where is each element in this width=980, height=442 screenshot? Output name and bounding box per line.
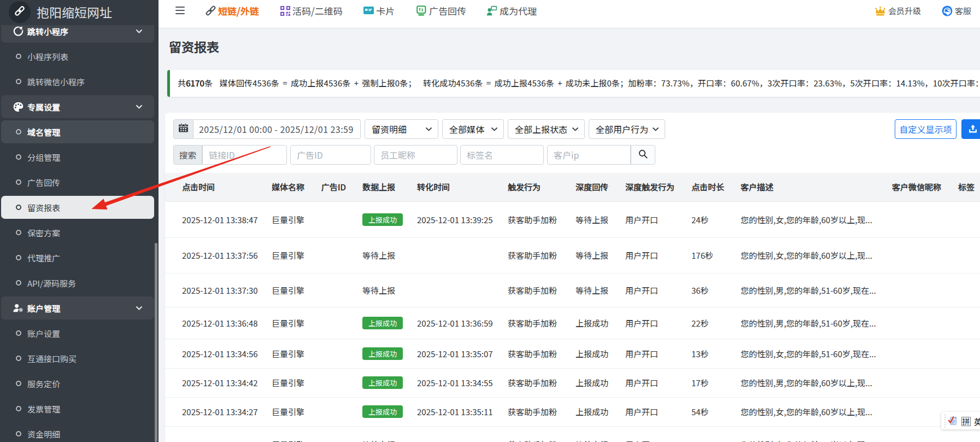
cell-report: 上报成功	[356, 397, 411, 426]
column-header[interactable]: 点击时长	[685, 173, 735, 201]
cell-duration	[685, 426, 735, 442]
customize-columns-button[interactable]: 自定义显示项	[895, 119, 956, 139]
table-row[interactable]: 2025-12-01 13:37:56 巨量引擎 等待上报 获客助手加粉 等待上…	[165, 237, 980, 273]
nav-tab[interactable]: 广告回传	[416, 0, 466, 21]
sidebar-item[interactable]: 留资报表	[1, 196, 154, 219]
filter-select[interactable]: 留资明细	[365, 119, 438, 139]
sidebar-item[interactable]: 发票管理	[1, 397, 154, 420]
search-input[interactable]	[547, 145, 631, 165]
ime-drag-handle-icon[interactable]	[944, 414, 946, 428]
cell-wechat	[886, 201, 952, 237]
status-badge: 上报成功	[362, 317, 403, 329]
column-header[interactable]: 数据上报	[356, 173, 411, 201]
circle-icon	[16, 129, 21, 135]
ime-doc-check-icon[interactable]	[948, 416, 957, 426]
column-header[interactable]: 客户描述	[735, 173, 886, 201]
stats-bar: 共6170条 媒体回传4536条 = 成功上报4536条 + 强制上报0条； 转…	[167, 70, 980, 97]
nav-tab[interactable]: 短链/外链	[206, 0, 259, 21]
column-header[interactable]: 客户微信昵称	[886, 173, 952, 201]
calendar-button[interactable]	[173, 119, 193, 139]
sidebar-scrollbar-thumb[interactable]	[155, 243, 157, 442]
sidebar-item[interactable]: 保密方案	[1, 221, 154, 244]
brand-logo[interactable]	[9, 1, 31, 23]
chain-link-icon	[14, 5, 26, 20]
table-row[interactable]: 2025-12-01 13:36:48 巨量引擎 上报成功 2025-12-01…	[165, 307, 980, 339]
stats-total: 6170	[186, 77, 204, 89]
sidebar-item[interactable]: 账户设置	[1, 322, 154, 345]
sidebar-item[interactable]: 服务定价	[1, 372, 154, 395]
sidebar-menu: 跳转小程序 小程序列表 跳转微信小程序 专属设置 域名管理 分组管理	[0, 0, 159, 442]
cell-deep-report: 等待上报	[570, 201, 619, 237]
column-header[interactable]: 标签	[952, 173, 980, 201]
column-header[interactable]: 深度回传	[570, 173, 619, 201]
ime-toolbar[interactable]: 拼 英	[941, 412, 980, 429]
sidebar-item[interactable]: API/源码服务	[1, 271, 154, 294]
date-range-input[interactable]: 2025/12/01 00:00 - 2025/12/01 23:59	[193, 119, 361, 139]
cell-click-time: 2025-12-01 13:38:47	[165, 201, 266, 237]
search-input[interactable]	[374, 145, 457, 165]
cell-tag	[952, 237, 980, 273]
cell-deep-trigger: 用户开口	[619, 397, 685, 426]
search-input[interactable]	[460, 145, 544, 165]
cell-ad-id	[315, 237, 356, 273]
sidebar-item[interactable]: 专属设置	[1, 95, 154, 118]
search-input[interactable]	[290, 145, 371, 165]
cell-duration: 36秒	[685, 273, 735, 307]
sidebar-item[interactable]: 资金明细	[1, 422, 154, 442]
cell-click-time: 2025-12-01 13:37:56	[165, 237, 266, 273]
ime-pinyin-badge[interactable]: 拼	[961, 417, 971, 426]
cell-report: 上报成功	[356, 201, 411, 237]
sidebar-item[interactable]: 跳转微信小程序	[1, 70, 154, 93]
table-row[interactable]: 2025-12-01 13:38:47 巨量引擎 上报成功 2025-12-01…	[165, 201, 980, 237]
cell-click-time: 2025-12-01 13:36:48	[165, 307, 266, 339]
sidebar-item[interactable]: 广告回传	[1, 171, 154, 194]
nav-tab[interactable]: 卡片	[363, 0, 395, 21]
menu-toggle-icon[interactable]	[175, 6, 185, 15]
cell-ad-id	[315, 201, 356, 237]
ime-english-label[interactable]: 英	[974, 416, 980, 427]
sidebar-item[interactable]: 小程序列表	[1, 45, 154, 68]
sidebar-item[interactable]: 互通接口购买	[1, 347, 154, 370]
chevron-down-icon	[136, 30, 142, 33]
cell-deep-trigger: 用户开口	[619, 273, 685, 307]
nav-tab[interactable]: 成为代理	[486, 0, 537, 21]
search-button[interactable]	[631, 145, 655, 165]
cell-ad-id	[315, 368, 356, 397]
palette-icon	[13, 101, 24, 113]
cell-report: 等待上报	[356, 426, 411, 442]
column-header[interactable]: 广告ID	[315, 173, 356, 201]
filter-select[interactable]: 全部媒体	[442, 119, 504, 139]
filter-select[interactable]: 全部上报状态	[508, 119, 585, 139]
table-row[interactable]: 2025-12-01 13:34:56 巨量引擎 上报成功 2025-12-01…	[165, 339, 980, 368]
nav-action[interactable]: 会员升级	[875, 0, 921, 21]
cell-media: 巨量引擎	[266, 237, 315, 273]
cell-trigger: 获客助手加粉	[502, 237, 570, 273]
cell-wechat	[886, 339, 952, 368]
cell-convert-time	[411, 426, 502, 442]
column-header[interactable]: 深度触发行为	[619, 173, 685, 201]
chevron-down-icon	[653, 127, 659, 131]
cell-desc: 您的性别,女,您的年龄,60岁以上,现...	[735, 237, 886, 273]
column-header[interactable]: 转化时间	[411, 173, 502, 201]
nav-action[interactable]: 客服	[942, 0, 971, 21]
table-row[interactable]: 2025-12-01 13:34:42 巨量引擎 上报成功 2025-12-01…	[165, 368, 980, 397]
cell-desc: 您的性别,男,您的年龄,51-60岁,现在...	[735, 307, 886, 339]
table-row[interactable]: 2025-12-01 13:34:11 巨量引擎 等待上报 获客助手加粉 等待上…	[165, 426, 980, 442]
export-button[interactable]: 导出	[961, 119, 980, 139]
table-row[interactable]: 2025-12-01 13:34:27 巨量引擎 上报成功 2025-12-01…	[165, 397, 980, 426]
cell-wechat	[886, 273, 952, 307]
cell-trigger: 获客助手加粉	[502, 273, 570, 307]
column-header[interactable]: 点击时间	[165, 173, 266, 201]
sidebar-item[interactable]: 分组管理	[1, 146, 154, 168]
cell-report: 等待上报	[356, 237, 411, 273]
filter-select[interactable]: 全部用户行为	[589, 119, 665, 139]
column-header[interactable]: 触发行为	[502, 173, 570, 201]
sidebar-item[interactable]: 账户管理	[1, 296, 154, 319]
table-row[interactable]: 2025-12-01 13:37:30 巨量引擎 等待上报 获客助手加粉 等待上…	[165, 273, 980, 307]
sidebar-item[interactable]: 代理推广	[1, 246, 154, 269]
search-input[interactable]	[202, 145, 287, 165]
column-header[interactable]: 媒体名称	[266, 173, 315, 201]
nav-tab[interactable]: 活码/二维码	[280, 0, 343, 21]
sidebar-item[interactable]: 域名管理	[1, 120, 154, 143]
cell-convert-time: 2025-12-01 13:35:11	[411, 397, 502, 426]
